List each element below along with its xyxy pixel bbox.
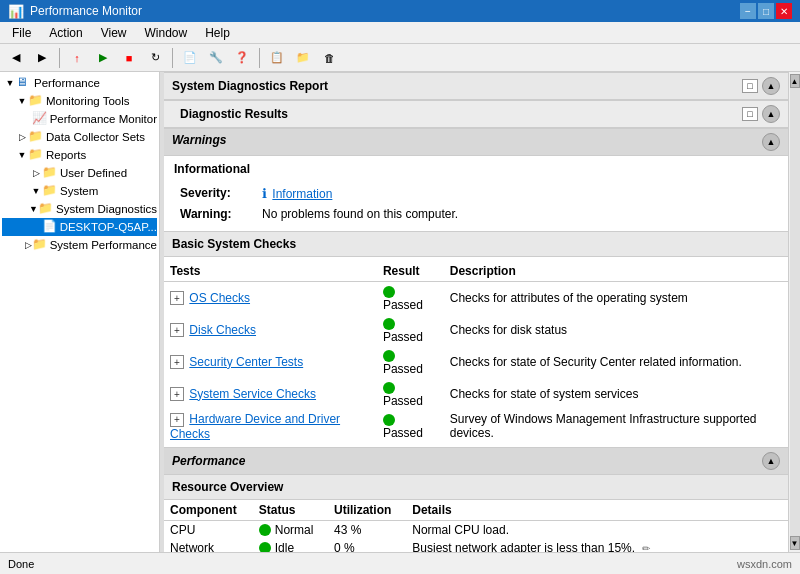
close-button[interactable]: ✕ (776, 3, 792, 19)
folder-icon-sys: 📁 (42, 183, 58, 199)
sidebar-item-system[interactable]: ▼ 📁 System (2, 182, 157, 200)
check-description: Checks for state of system services (444, 378, 788, 410)
collapse-main-btn[interactable]: ▲ (762, 77, 780, 95)
status-dot (383, 350, 395, 362)
sidebar-item-performance[interactable]: ▼ 🖥 Performance (2, 74, 157, 92)
arrow-monitoring[interactable]: ▼ (16, 96, 28, 106)
resource-status: Normal (253, 520, 328, 539)
scrollbar[interactable]: ▲ ▼ (788, 72, 800, 552)
minimize-diag-icon[interactable]: □ (742, 107, 758, 121)
collapse-warnings-btn[interactable]: ▲ (762, 133, 780, 151)
toolbar-paste[interactable]: 📁 (291, 47, 315, 69)
toolbar-forward[interactable]: ▶ (30, 47, 54, 69)
section-header-diag[interactable]: Diagnostic Results □ ▲ (164, 100, 788, 128)
arrow-performance[interactable]: ▼ (4, 78, 16, 88)
section-header-main[interactable]: System Diagnostics Report □ ▲ (164, 72, 788, 100)
expand-check-btn[interactable]: + (170, 413, 184, 427)
status-website: wsxdn.com (737, 558, 792, 570)
menu-bar: File Action View Window Help (0, 22, 800, 44)
menu-help[interactable]: Help (197, 24, 238, 42)
arrow-datacollector[interactable]: ▷ (16, 132, 28, 142)
toolbar-refresh[interactable]: ↻ (143, 47, 167, 69)
warning-label: Warning: (176, 205, 256, 223)
resource-row: Network Idle 0 % Busiest network adapter… (164, 539, 788, 553)
info-icon: ℹ (262, 186, 267, 201)
sidebar-item-monitoring[interactable]: ▼ 📁 Monitoring Tools (2, 92, 157, 110)
expand-check-btn[interactable]: + (170, 355, 184, 369)
checks-row: + System Service Checks Passed Checks fo… (164, 378, 788, 410)
check-link[interactable]: Disk Checks (189, 323, 256, 337)
scroll-up-btn[interactable]: ▲ (790, 74, 800, 88)
check-link[interactable]: Hardware Device and Driver Checks (170, 412, 340, 441)
menu-window[interactable]: Window (137, 24, 196, 42)
toolbar-copy[interactable]: 📋 (265, 47, 289, 69)
checks-row: + Security Center Tests Passed Checks fo… (164, 346, 788, 378)
toolbar-new[interactable]: 📄 (178, 47, 202, 69)
col-tests: Tests (164, 261, 377, 282)
sidebar-item-reports[interactable]: ▼ 📁 Reports (2, 146, 157, 164)
sidebar-item-perfmon[interactable]: ▷ 📈 Performance Monitor (2, 110, 157, 128)
toolbar-show[interactable]: ▶ (91, 47, 115, 69)
sidebar-item-sysperf[interactable]: ▷ 📁 System Performance (2, 236, 157, 254)
arrow-reports[interactable]: ▼ (16, 150, 28, 160)
sidebar: ▼ 🖥 Performance ▼ 📁 Monitoring Tools ▷ 📈… (0, 72, 160, 552)
app-icon: 📊 (8, 4, 24, 19)
resource-details: Busiest network adapter is less than 15%… (406, 539, 788, 553)
resource-utilization: 43 % (328, 520, 406, 539)
arrow-system[interactable]: ▼ (30, 186, 42, 196)
check-test: + System Service Checks (164, 378, 377, 410)
folder-icon-sysperf: 📁 (32, 237, 48, 253)
toolbar-up[interactable]: ↑ (65, 47, 89, 69)
check-link[interactable]: System Service Checks (189, 387, 316, 401)
arrow-sysdiag[interactable]: ▼ (29, 204, 38, 214)
arrow-sysperf[interactable]: ▷ (25, 240, 32, 250)
col-utilization: Utilization (328, 500, 406, 521)
sidebar-label-reports: Reports (46, 149, 86, 161)
toolbar-stop[interactable]: ■ (117, 47, 141, 69)
scroll-down-btn[interactable]: ▼ (790, 536, 800, 550)
severity-link[interactable]: Information (272, 187, 332, 201)
expand-check-btn[interactable]: + (170, 323, 184, 337)
edit-icon: ✏ (642, 543, 650, 553)
collapse-perf-btn[interactable]: ▲ (762, 452, 780, 470)
collapse-diag-btn[interactable]: ▲ (762, 105, 780, 123)
warnings-header[interactable]: Warnings ▲ (164, 128, 788, 156)
resource-overview-header: Resource Overview (164, 475, 788, 500)
toolbar-help[interactable]: ❓ (230, 47, 254, 69)
menu-view[interactable]: View (93, 24, 135, 42)
sidebar-item-userdefined[interactable]: ▷ 📁 User Defined (2, 164, 157, 182)
check-link[interactable]: OS Checks (189, 291, 250, 305)
check-test: + Disk Checks (164, 314, 377, 346)
sidebar-item-sysdiag[interactable]: ▼ 📁 System Diagnostics (2, 200, 157, 218)
toolbar-properties[interactable]: 🔧 (204, 47, 228, 69)
menu-action[interactable]: Action (41, 24, 90, 42)
check-link[interactable]: Security Center Tests (189, 355, 303, 369)
sidebar-label-sysperf: System Performance (50, 239, 157, 251)
sidebar-label-userdefined: User Defined (60, 167, 127, 179)
maximize-button[interactable]: □ (758, 3, 774, 19)
toolbar-back[interactable]: ◀ (4, 47, 28, 69)
basic-checks-title: Basic System Checks (172, 237, 296, 251)
resource-status-dot (259, 524, 271, 536)
resource-header-row: Component Status Utilization Details (164, 500, 788, 521)
toolbar-delete[interactable]: 🗑 (317, 47, 341, 69)
sidebar-item-desktop[interactable]: ▷ 📄 DESKTOP-Q5AP... (2, 218, 157, 236)
expand-check-btn[interactable]: + (170, 291, 184, 305)
menu-file[interactable]: File (4, 24, 39, 42)
checks-row: + Disk Checks Passed Checks for disk sta… (164, 314, 788, 346)
diag-results-title: Diagnostic Results (180, 107, 288, 121)
checks-header-row: Tests Result Description (164, 261, 788, 282)
app-title: Performance Monitor (30, 4, 142, 18)
sidebar-item-datacollector[interactable]: ▷ 📁 Data Collector Sets (2, 128, 157, 146)
main-report-title: System Diagnostics Report (172, 79, 328, 93)
window-controls[interactable]: − □ ✕ (740, 3, 792, 19)
arrow-userdefined[interactable]: ▷ (30, 168, 42, 178)
resource-overview-title: Resource Overview (172, 480, 283, 494)
resource-table: Component Status Utilization Details CPU… (164, 500, 788, 553)
expand-check-btn[interactable]: + (170, 387, 184, 401)
performance-header[interactable]: Performance ▲ (164, 447, 788, 475)
minimize-button[interactable]: − (740, 3, 756, 19)
minimize-section-icon[interactable]: □ (742, 79, 758, 93)
resource-row: CPU Normal 43 % Normal CPU load. (164, 520, 788, 539)
sidebar-label-monitoring: Monitoring Tools (46, 95, 130, 107)
